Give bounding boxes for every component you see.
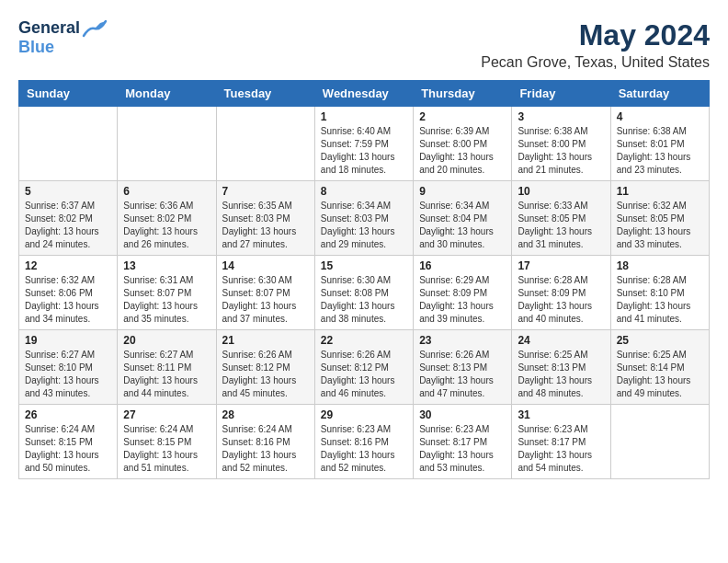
day-number: 12 xyxy=(25,259,111,272)
day-info: Sunrise: 6:33 AM Sunset: 8:05 PM Dayligh… xyxy=(518,200,604,251)
day-info: Sunrise: 6:26 AM Sunset: 8:12 PM Dayligh… xyxy=(321,349,407,400)
day-number: 4 xyxy=(617,110,703,123)
calendar-cell: 8Sunrise: 6:34 AM Sunset: 8:03 PM Daylig… xyxy=(314,181,413,256)
page-header: General Blue May 2024 Pecan Grove, Texas… xyxy=(18,18,710,71)
day-info: Sunrise: 6:26 AM Sunset: 8:13 PM Dayligh… xyxy=(419,349,506,400)
day-info: Sunrise: 6:38 AM Sunset: 8:01 PM Dayligh… xyxy=(617,125,703,177)
calendar-cell: 30Sunrise: 6:23 AM Sunset: 8:17 PM Dayli… xyxy=(414,405,512,479)
location-title: Pecan Grove, Texas, United States xyxy=(481,54,710,71)
day-info: Sunrise: 6:37 AM Sunset: 8:02 PM Dayligh… xyxy=(25,200,111,251)
weekday-header-sunday: Sunday xyxy=(19,81,118,107)
day-info: Sunrise: 6:24 AM Sunset: 8:15 PM Dayligh… xyxy=(25,423,111,475)
calendar-cell: 14Sunrise: 6:30 AM Sunset: 8:07 PM Dayli… xyxy=(216,256,314,330)
calendar-cell: 19Sunrise: 6:27 AM Sunset: 8:10 PM Dayli… xyxy=(19,330,118,405)
day-number: 31 xyxy=(518,408,604,421)
calendar-cell: 12Sunrise: 6:32 AM Sunset: 8:06 PM Dayli… xyxy=(19,256,118,330)
calendar-cell: 24Sunrise: 6:25 AM Sunset: 8:13 PM Dayli… xyxy=(512,330,610,405)
day-number: 14 xyxy=(222,259,309,272)
day-number: 13 xyxy=(123,259,210,272)
day-number: 5 xyxy=(25,185,111,198)
weekday-header-monday: Monday xyxy=(118,81,216,107)
title-area: May 2024 Pecan Grove, Texas, United Stat… xyxy=(481,18,710,71)
calendar-cell xyxy=(610,405,709,479)
calendar-cell: 11Sunrise: 6:32 AM Sunset: 8:05 PM Dayli… xyxy=(610,181,709,256)
day-number: 7 xyxy=(222,185,309,198)
weekday-header-wednesday: Wednesday xyxy=(314,81,413,107)
day-info: Sunrise: 6:30 AM Sunset: 8:07 PM Dayligh… xyxy=(222,274,309,326)
day-number: 29 xyxy=(321,408,407,421)
day-number: 11 xyxy=(617,185,703,198)
day-number: 19 xyxy=(25,334,111,347)
calendar-cell: 6Sunrise: 6:36 AM Sunset: 8:02 PM Daylig… xyxy=(118,181,216,256)
calendar-cell: 10Sunrise: 6:33 AM Sunset: 8:05 PM Dayli… xyxy=(512,181,610,256)
day-number: 1 xyxy=(321,110,407,123)
calendar-cell: 3Sunrise: 6:38 AM Sunset: 8:00 PM Daylig… xyxy=(512,107,610,181)
day-info: Sunrise: 6:31 AM Sunset: 8:07 PM Dayligh… xyxy=(123,274,210,326)
day-number: 27 xyxy=(123,408,210,421)
day-info: Sunrise: 6:34 AM Sunset: 8:04 PM Dayligh… xyxy=(419,200,506,251)
day-info: Sunrise: 6:39 AM Sunset: 8:00 PM Dayligh… xyxy=(419,125,506,177)
week-row-3: 12Sunrise: 6:32 AM Sunset: 8:06 PM Dayli… xyxy=(19,256,710,330)
day-number: 8 xyxy=(321,185,407,198)
day-number: 2 xyxy=(419,110,506,123)
day-number: 20 xyxy=(123,334,210,347)
calendar-cell: 25Sunrise: 6:25 AM Sunset: 8:14 PM Dayli… xyxy=(610,330,709,405)
day-number: 16 xyxy=(419,259,506,272)
calendar-cell: 7Sunrise: 6:35 AM Sunset: 8:03 PM Daylig… xyxy=(216,181,314,256)
calendar-table: SundayMondayTuesdayWednesdayThursdayFrid… xyxy=(18,80,710,479)
calendar-cell: 26Sunrise: 6:24 AM Sunset: 8:15 PM Dayli… xyxy=(19,405,118,479)
day-info: Sunrise: 6:25 AM Sunset: 8:13 PM Dayligh… xyxy=(518,349,604,400)
month-title: May 2024 xyxy=(481,18,710,52)
day-number: 30 xyxy=(419,408,506,421)
weekday-header-friday: Friday xyxy=(512,81,610,107)
day-number: 17 xyxy=(518,259,604,272)
calendar-cell: 22Sunrise: 6:26 AM Sunset: 8:12 PM Dayli… xyxy=(314,330,413,405)
calendar-cell xyxy=(19,107,118,181)
day-info: Sunrise: 6:32 AM Sunset: 8:05 PM Dayligh… xyxy=(617,200,703,251)
day-number: 25 xyxy=(617,334,703,347)
week-row-5: 26Sunrise: 6:24 AM Sunset: 8:15 PM Dayli… xyxy=(19,405,710,479)
day-number: 10 xyxy=(518,185,604,198)
day-number: 21 xyxy=(222,334,309,347)
day-info: Sunrise: 6:28 AM Sunset: 8:09 PM Dayligh… xyxy=(518,274,604,326)
calendar-cell: 5Sunrise: 6:37 AM Sunset: 8:02 PM Daylig… xyxy=(19,181,118,256)
calendar-cell: 13Sunrise: 6:31 AM Sunset: 8:07 PM Dayli… xyxy=(118,256,216,330)
day-info: Sunrise: 6:40 AM Sunset: 7:59 PM Dayligh… xyxy=(321,125,407,177)
week-row-2: 5Sunrise: 6:37 AM Sunset: 8:02 PM Daylig… xyxy=(19,181,710,256)
calendar-cell: 18Sunrise: 6:28 AM Sunset: 8:10 PM Dayli… xyxy=(610,256,709,330)
day-info: Sunrise: 6:34 AM Sunset: 8:03 PM Dayligh… xyxy=(321,200,407,251)
day-info: Sunrise: 6:32 AM Sunset: 8:06 PM Dayligh… xyxy=(25,274,111,326)
calendar-cell: 27Sunrise: 6:24 AM Sunset: 8:15 PM Dayli… xyxy=(118,405,216,479)
calendar-cell: 21Sunrise: 6:26 AM Sunset: 8:12 PM Dayli… xyxy=(216,330,314,405)
day-info: Sunrise: 6:29 AM Sunset: 8:09 PM Dayligh… xyxy=(419,274,506,326)
day-number: 3 xyxy=(518,110,604,123)
calendar-cell: 17Sunrise: 6:28 AM Sunset: 8:09 PM Dayli… xyxy=(512,256,610,330)
day-info: Sunrise: 6:35 AM Sunset: 8:03 PM Dayligh… xyxy=(222,200,309,251)
day-info: Sunrise: 6:38 AM Sunset: 8:00 PM Dayligh… xyxy=(518,125,604,177)
calendar-cell: 15Sunrise: 6:30 AM Sunset: 8:08 PM Dayli… xyxy=(314,256,413,330)
day-info: Sunrise: 6:25 AM Sunset: 8:14 PM Dayligh… xyxy=(617,349,703,400)
calendar-cell xyxy=(216,107,314,181)
day-info: Sunrise: 6:26 AM Sunset: 8:12 PM Dayligh… xyxy=(222,349,309,400)
weekday-header-thursday: Thursday xyxy=(414,81,512,107)
calendar-cell: 4Sunrise: 6:38 AM Sunset: 8:01 PM Daylig… xyxy=(610,107,709,181)
day-number: 22 xyxy=(321,334,407,347)
weekday-header-saturday: Saturday xyxy=(610,81,709,107)
calendar-cell: 1Sunrise: 6:40 AM Sunset: 7:59 PM Daylig… xyxy=(314,107,413,181)
calendar-cell: 31Sunrise: 6:23 AM Sunset: 8:17 PM Dayli… xyxy=(512,405,610,479)
logo-bird-icon xyxy=(82,19,108,38)
day-info: Sunrise: 6:23 AM Sunset: 8:17 PM Dayligh… xyxy=(419,423,506,475)
calendar-cell: 23Sunrise: 6:26 AM Sunset: 8:13 PM Dayli… xyxy=(414,330,512,405)
day-number: 6 xyxy=(123,185,210,198)
day-info: Sunrise: 6:27 AM Sunset: 8:11 PM Dayligh… xyxy=(123,349,210,400)
calendar-cell: 9Sunrise: 6:34 AM Sunset: 8:04 PM Daylig… xyxy=(414,181,512,256)
day-number: 15 xyxy=(321,259,407,272)
day-info: Sunrise: 6:27 AM Sunset: 8:10 PM Dayligh… xyxy=(25,349,111,400)
week-row-1: 1Sunrise: 6:40 AM Sunset: 7:59 PM Daylig… xyxy=(19,107,710,181)
week-row-4: 19Sunrise: 6:27 AM Sunset: 8:10 PM Dayli… xyxy=(19,330,710,405)
calendar-cell: 16Sunrise: 6:29 AM Sunset: 8:09 PM Dayli… xyxy=(414,256,512,330)
day-info: Sunrise: 6:36 AM Sunset: 8:02 PM Dayligh… xyxy=(123,200,210,251)
logo: General Blue xyxy=(18,18,108,57)
day-number: 24 xyxy=(518,334,604,347)
day-number: 18 xyxy=(617,259,703,272)
